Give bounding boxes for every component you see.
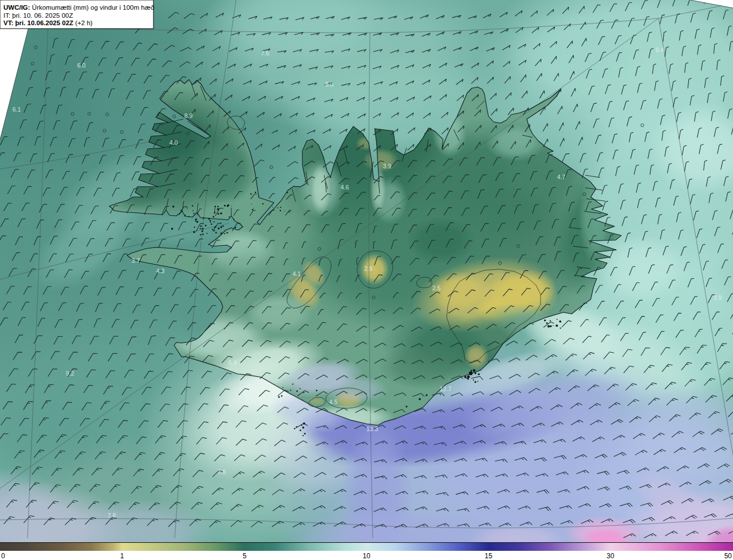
svg-text:4.3: 4.3 — [156, 267, 165, 274]
svg-text:6.0: 6.0 — [77, 62, 86, 69]
svg-text:6.1: 6.1 — [13, 106, 21, 113]
svg-text:3.7: 3.7 — [132, 257, 140, 264]
svg-text:7.6: 7.6 — [261, 50, 270, 57]
svg-text:6.4: 6.4 — [228, 359, 237, 366]
svg-text:VT: þri. 10.06.2025 02Z (+2 h): VT: þri. 10.06.2025 02Z (+2 h) — [3, 19, 93, 26]
svg-text:UWC/IG: Úrkomumætti (mm) og vi: UWC/IG: Úrkomumætti (mm) og vindur i 100… — [3, 4, 154, 11]
svg-text:15: 15 — [484, 552, 492, 560]
svg-text:5: 5 — [243, 552, 247, 560]
svg-text:0: 0 — [1, 552, 5, 560]
svg-text:7.6: 7.6 — [218, 468, 226, 475]
svg-text:9.2: 9.2 — [66, 370, 74, 377]
svg-text:4.7: 4.7 — [557, 173, 566, 180]
svg-text:8.9: 8.9 — [184, 112, 193, 119]
svg-text:50: 50 — [724, 552, 732, 560]
svg-text:9.4: 9.4 — [656, 46, 664, 53]
svg-text:4.6: 4.6 — [341, 184, 349, 191]
svg-text:4.0: 4.0 — [170, 139, 178, 146]
svg-text:7.8: 7.8 — [108, 512, 116, 519]
svg-text:10: 10 — [362, 552, 371, 560]
svg-text:8.3: 8.3 — [325, 81, 334, 88]
svg-text:2.9: 2.9 — [364, 265, 373, 272]
svg-text:3.9: 3.9 — [383, 163, 392, 169]
svg-text:IT: þri. 10. 06. 2025 00Z: IT: þri. 10. 06. 2025 00Z — [3, 12, 73, 19]
svg-text:12.7: 12.7 — [440, 385, 452, 392]
svg-text:30: 30 — [606, 552, 614, 560]
svg-text:1: 1 — [120, 552, 124, 560]
svg-text:4.1: 4.1 — [293, 270, 301, 277]
svg-text:13.3: 13.3 — [366, 425, 379, 432]
svg-text:4.5: 4.5 — [329, 399, 338, 405]
svg-text:3.9: 3.9 — [714, 294, 722, 301]
svg-text:2.5: 2.5 — [432, 285, 441, 291]
